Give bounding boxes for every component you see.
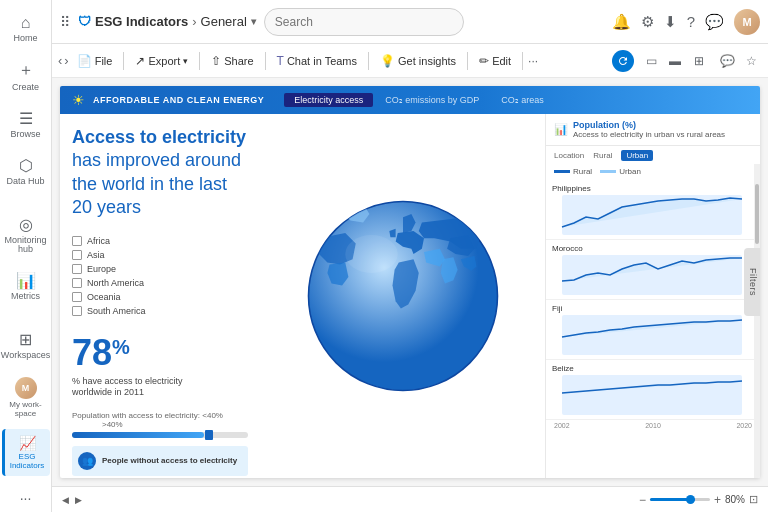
zoom-slider-thumb[interactable] — [686, 495, 695, 504]
toolbar-forward-icon[interactable]: › — [64, 53, 68, 68]
report-header-title: AFFORDABLE AND CLEAN ENERGY — [93, 95, 264, 105]
fit-icon[interactable]: ⊡ — [749, 493, 758, 506]
chevron-icon: ▾ — [251, 16, 256, 27]
pop-info-text: People without access to electricity — [102, 456, 237, 466]
chat-button[interactable]: T Chat in Teams — [271, 51, 363, 71]
more-button[interactable]: ··· — [528, 54, 538, 68]
tab-electricity[interactable]: Electricity access — [284, 93, 373, 107]
view-buttons: ▭ ▬ ⊞ — [640, 50, 710, 72]
filters-tab[interactable]: Filters — [744, 248, 760, 316]
sidebar-item-esg[interactable]: 📈 ESG Indicators — [2, 429, 50, 477]
settings-icon[interactable]: ⚙ — [641, 13, 654, 31]
feedback-icon[interactable]: 💬 — [705, 13, 724, 31]
topbar-icons: 🔔 ⚙ ⬇ ? 💬 M — [612, 9, 760, 35]
checkbox-north-america[interactable] — [72, 278, 82, 288]
report-header: ☀ AFFORDABLE AND CLEAN ENERGY Electricit… — [60, 86, 760, 114]
page-indicator: ◀ — [62, 495, 69, 505]
globe-svg — [298, 191, 508, 401]
rural-tab[interactable]: Rural — [588, 150, 617, 161]
population-bar-section: Population with access to electricity: <… — [72, 411, 248, 438]
belize-chart: Belize — [546, 360, 760, 420]
share-icon: ⇧ — [211, 54, 221, 68]
legend-south-america: South America — [72, 306, 248, 316]
panel-chart-icon: 📊 — [554, 123, 568, 136]
avatar[interactable]: M — [15, 377, 37, 399]
philippines-chart: Philippines — [546, 180, 760, 240]
search-input[interactable] — [264, 8, 464, 36]
checkbox-asia[interactable] — [72, 250, 82, 260]
philippines-mini-chart — [552, 195, 752, 235]
checkbox-oceania[interactable] — [72, 292, 82, 302]
download-icon[interactable]: ⬇ — [664, 13, 677, 31]
view-split-button[interactable]: ▬ — [664, 50, 686, 72]
zoom-bar: − + 80% ⊡ — [639, 493, 758, 507]
toolbar-sep-4 — [368, 52, 369, 70]
toolbar-back-icon[interactable]: ‹ — [58, 53, 62, 68]
checkbox-africa[interactable] — [72, 236, 82, 246]
edit-button[interactable]: ✏ Edit — [473, 51, 517, 71]
insights-button[interactable]: 💡 Get insights — [374, 51, 462, 71]
sidebar-item-create[interactable]: ＋ Create — [2, 54, 50, 99]
x-axis-labels: 2002 2010 2020 — [546, 420, 760, 431]
topbar-dots-icon[interactable]: ⠿ — [60, 14, 70, 30]
user-avatar[interactable]: M — [734, 9, 760, 35]
file-button[interactable]: 📄 File — [71, 51, 119, 71]
legend-north-america: North America — [72, 278, 248, 288]
workspaces-icon: ⊞ — [19, 330, 32, 349]
sidebar-item-monitoring[interactable]: ◎ Monitoring hub — [2, 209, 50, 262]
comment-button[interactable]: 💬 — [716, 50, 738, 72]
stat-number: 78% — [72, 332, 248, 374]
teams-icon: T — [277, 54, 284, 68]
topbar: ⠿ 🛡 ESG Indicators › General ▾ 🔔 ⚙ ⬇ ? 💬… — [52, 0, 768, 44]
checkbox-south-america[interactable] — [72, 306, 82, 316]
zoom-level: 80% — [725, 494, 745, 505]
sidebar-item-myworkspace[interactable]: M My work-space — [2, 371, 50, 425]
urban-tab[interactable]: Urban — [621, 150, 653, 161]
view-single-button[interactable]: ▭ — [640, 50, 662, 72]
belize-mini-chart — [552, 375, 752, 415]
rural-label: Rural — [573, 167, 592, 176]
create-icon: ＋ — [18, 60, 34, 81]
toolbar-right: ▭ ▬ ⊞ 💬 ☆ — [612, 50, 762, 72]
panel-subtitle: Access to electricity in urban vs rural … — [573, 130, 725, 139]
legend-oceania: Oceania — [72, 292, 248, 302]
sidebar-item-browse[interactable]: ☰ Browse — [2, 103, 50, 146]
sidebar-label-myworkspace: My work-space — [6, 401, 46, 419]
toolbar: ‹ › 📄 File ↗ Export ▾ ⇧ Share T Chat in … — [52, 44, 768, 78]
sidebar-item-workspaces[interactable]: ⊞ Workspaces — [2, 324, 50, 367]
bell-icon[interactable]: 🔔 — [612, 13, 631, 31]
home-icon: ⌂ — [21, 14, 31, 32]
zoom-slider[interactable] — [650, 498, 710, 501]
urban-label: Urban — [619, 167, 641, 176]
sidebar-item-metrics[interactable]: 📊 Metrics — [2, 265, 50, 308]
toolbar-extra-btns: 💬 ☆ — [716, 50, 762, 72]
scrollbar-thumb[interactable] — [755, 184, 759, 244]
checkbox-europe[interactable] — [72, 264, 82, 274]
legend-europe: Europe — [72, 264, 248, 274]
location-filter: Location Rural Urban — [546, 146, 760, 165]
help-icon[interactable]: ? — [687, 13, 695, 30]
population-info: 👥 People without access to electricity — [72, 446, 248, 476]
right-scrollbar[interactable] — [754, 164, 760, 478]
toolbar-sep-5 — [467, 52, 468, 70]
report-body: Access to electricity has improved aroun… — [60, 114, 760, 478]
main-headline: Access to electricity has improved aroun… — [72, 126, 248, 220]
rural-color — [554, 170, 570, 173]
sidebar-item-notes[interactable]: ··· Note... — [2, 480, 50, 512]
sidebar-item-home[interactable]: ⌂ Home — [2, 8, 50, 50]
export-button[interactable]: ↗ Export ▾ — [129, 51, 194, 71]
tab-co2gdp[interactable]: CO₂ emissions by GDP — [375, 93, 489, 107]
zoom-plus-icon[interactable]: + — [714, 493, 721, 507]
region-legend: Africa Asia Europe North America — [72, 236, 248, 316]
view-grid-button[interactable]: ⊞ — [688, 50, 710, 72]
share-button[interactable]: ⇧ Share — [205, 51, 259, 71]
sidebar-item-datahub[interactable]: ⬡ Data Hub — [2, 150, 50, 193]
toolbar-sep-3 — [265, 52, 266, 70]
toolbar-sep-1 — [123, 52, 124, 70]
refresh-button[interactable] — [612, 50, 634, 72]
right-panel-header: 📊 Population (%) Access to electricity i… — [546, 114, 760, 146]
bookmark-button[interactable]: ☆ — [740, 50, 762, 72]
zoom-minus-icon[interactable]: − — [639, 493, 646, 507]
tab-co2areas[interactable]: CO₂ areas — [491, 93, 554, 107]
panel-title-pct: Population (%) — [573, 120, 725, 130]
